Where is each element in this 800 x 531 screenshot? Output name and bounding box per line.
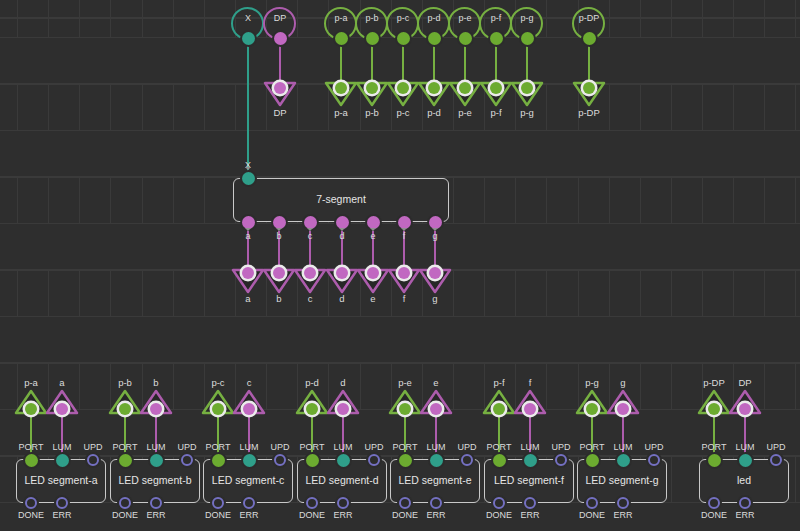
pin-p-e[interactable]: [399, 403, 411, 415]
pin-done[interactable]: [212, 497, 224, 509]
pin-lum[interactable]: [150, 454, 163, 467]
pin-done[interactable]: [25, 497, 37, 509]
pin-port[interactable]: [119, 454, 132, 467]
pin-err[interactable]: [524, 497, 536, 509]
pin-p-a[interactable]: [335, 32, 348, 45]
pin-p-a[interactable]: [335, 82, 347, 94]
link-from-X[interactable]: [247, 38, 250, 178]
pin-port[interactable]: [493, 454, 506, 467]
pin-b[interactable]: [150, 403, 162, 415]
pin-p-g[interactable]: [586, 403, 598, 415]
pin-label: LUM: [520, 442, 539, 453]
pin-f[interactable]: [398, 267, 410, 279]
pin-d[interactable]: [337, 403, 349, 415]
pin-e[interactable]: [430, 403, 442, 415]
pin-p-DP[interactable]: [583, 32, 596, 45]
pin-p-d[interactable]: [428, 82, 440, 94]
pin-port[interactable]: [306, 454, 319, 467]
pin-b[interactable]: [273, 267, 285, 279]
pin-p-b[interactable]: [366, 82, 378, 94]
pin-p-c[interactable]: [212, 403, 224, 415]
pin-f[interactable]: [398, 216, 411, 229]
pin-upd[interactable]: [368, 454, 380, 466]
terminal-label: p-a: [334, 13, 347, 24]
pin-DP[interactable]: [739, 403, 751, 415]
patch-canvas[interactable]: XDPp-ap-bp-cp-dp-ep-fp-gp-DPDPp-ap-bp-cp…: [0, 0, 800, 531]
pin-X[interactable]: [242, 32, 255, 45]
pin-err[interactable]: [56, 497, 68, 509]
pin-done[interactable]: [399, 497, 411, 509]
pin-label: UPD: [177, 442, 196, 453]
pin-err[interactable]: [243, 497, 255, 509]
pin-upd[interactable]: [181, 454, 193, 466]
pin-lum[interactable]: [430, 454, 443, 467]
pin-p-f[interactable]: [493, 403, 505, 415]
pin-done[interactable]: [306, 497, 318, 509]
pin-p-DP[interactable]: [708, 403, 720, 415]
pin-e[interactable]: [367, 216, 380, 229]
pin-err[interactable]: [150, 497, 162, 509]
pin-f[interactable]: [524, 403, 536, 415]
pin-err[interactable]: [739, 497, 751, 509]
pin-p-b[interactable]: [366, 32, 379, 45]
pin-lum[interactable]: [56, 454, 69, 467]
node-title: LED segment-a: [25, 475, 98, 486]
pin-upd[interactable]: [555, 454, 567, 466]
pin-p-g[interactable]: [521, 32, 534, 45]
pin-lum[interactable]: [337, 454, 350, 467]
pin-done[interactable]: [119, 497, 131, 509]
pin-port[interactable]: [586, 454, 599, 467]
pin-DP[interactable]: [274, 32, 287, 45]
pin-c[interactable]: [304, 216, 317, 229]
pin-port[interactable]: [708, 454, 721, 467]
pin-done[interactable]: [708, 497, 720, 509]
pin-x-input[interactable]: [242, 172, 255, 185]
pin-lum[interactable]: [617, 454, 630, 467]
pin-upd[interactable]: [648, 454, 660, 466]
pin-b[interactable]: [273, 216, 286, 229]
pin-err[interactable]: [617, 497, 629, 509]
pin-p-g[interactable]: [521, 82, 533, 94]
pin-a[interactable]: [56, 403, 68, 415]
pin-c[interactable]: [304, 267, 316, 279]
pin-c[interactable]: [243, 403, 255, 415]
pin-port[interactable]: [399, 454, 412, 467]
pin-upd[interactable]: [274, 454, 286, 466]
pin-e[interactable]: [367, 267, 379, 279]
pin-err[interactable]: [337, 497, 349, 509]
pin-lum[interactable]: [524, 454, 537, 467]
pin-p-a[interactable]: [25, 403, 37, 415]
pin-upd[interactable]: [770, 454, 782, 466]
pin-p-f[interactable]: [490, 32, 503, 45]
pin-done[interactable]: [493, 497, 505, 509]
pin-upd[interactable]: [87, 454, 99, 466]
pin-done[interactable]: [586, 497, 598, 509]
terminal-label: DP: [738, 377, 751, 388]
pin-err[interactable]: [430, 497, 442, 509]
terminal-label: a: [59, 377, 64, 388]
pin-a[interactable]: [242, 267, 254, 279]
pin-a[interactable]: [242, 216, 255, 229]
pin-label: PORT: [487, 442, 512, 453]
pin-g[interactable]: [429, 216, 442, 229]
pin-g[interactable]: [617, 403, 629, 415]
pin-lum[interactable]: [739, 454, 752, 467]
pin-upd[interactable]: [461, 454, 473, 466]
pin-label: LUM: [146, 442, 165, 453]
pin-lum[interactable]: [243, 454, 256, 467]
pin-p-e[interactable]: [459, 32, 472, 45]
pin-DP[interactable]: [274, 82, 286, 94]
pin-port[interactable]: [212, 454, 225, 467]
pin-port[interactable]: [25, 454, 38, 467]
pin-p-c[interactable]: [397, 82, 409, 94]
pin-d[interactable]: [336, 216, 349, 229]
pin-p-e[interactable]: [459, 82, 471, 94]
pin-g[interactable]: [429, 267, 441, 279]
pin-p-d[interactable]: [306, 403, 318, 415]
pin-p-f[interactable]: [490, 82, 502, 94]
pin-d[interactable]: [336, 267, 348, 279]
pin-p-DP[interactable]: [583, 82, 595, 94]
pin-p-d[interactable]: [428, 32, 441, 45]
pin-p-b[interactable]: [119, 403, 131, 415]
pin-p-c[interactable]: [397, 32, 410, 45]
